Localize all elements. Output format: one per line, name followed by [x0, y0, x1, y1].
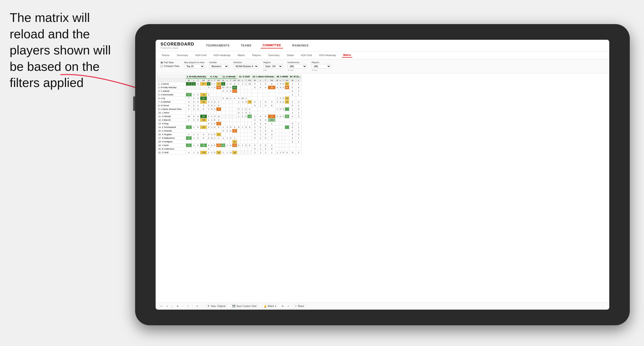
- cell: 0: [229, 136, 232, 140]
- settings-icon[interactable]: ⚙: [282, 305, 284, 308]
- cell: 6: [200, 107, 207, 111]
- cell: 1: [263, 126, 268, 129]
- subnav-h2h-heatmap2[interactable]: H2H Heatmap: [318, 53, 337, 57]
- zoom-icon[interactable]: ⌕: [172, 305, 173, 308]
- nav-teams[interactable]: TEAMS: [239, 43, 254, 48]
- cell: 1: [221, 136, 225, 140]
- cell: [285, 93, 289, 97]
- col-header-webb: 38. A Webb: [276, 75, 289, 79]
- cell: 1: [192, 136, 196, 140]
- cell: [276, 89, 279, 93]
- conference-select[interactable]: (All): [288, 64, 307, 69]
- nav-tournaments[interactable]: TOURNAMENTS: [204, 43, 232, 48]
- subnav-h2h-grid[interactable]: H2H Grid: [194, 53, 208, 57]
- watch-button[interactable]: 🔔 Watch ▾: [262, 304, 278, 308]
- cell: 0: [200, 104, 207, 107]
- cell: [210, 97, 213, 100]
- cell: [285, 140, 289, 144]
- compact-view-radio[interactable]: [160, 65, 163, 67]
- cell: 4: [268, 100, 276, 104]
- subnav-players[interactable]: Players: [251, 53, 262, 57]
- cell: 0: [252, 147, 258, 151]
- subnav-h2h-grid2[interactable]: H2H Grid: [300, 53, 313, 57]
- matrix-container[interactable]: 2. M Kelly Mulcahy 6. A Dy 11. G Woods 2…: [156, 73, 609, 156]
- cell: [240, 133, 245, 136]
- nav-committee[interactable]: COMMITTEE: [260, 43, 283, 48]
- cell: [207, 89, 211, 93]
- division-select[interactable]: NCAA Division II: [233, 64, 258, 69]
- cell: 0: [213, 133, 216, 136]
- col-header-ady: 6. A Dy: [207, 75, 221, 79]
- cell: 1: [210, 118, 213, 122]
- cell: 2: [252, 151, 258, 155]
- cell: 1: [258, 129, 263, 133]
- subnav-teams[interactable]: Teams: [160, 53, 170, 57]
- nav-rankings[interactable]: RANKINGS: [290, 43, 310, 48]
- cell: 24: [285, 100, 289, 104]
- cell: 1: [296, 126, 301, 129]
- redo-button[interactable]: ↪: [166, 305, 168, 308]
- cell: 4: [186, 151, 192, 155]
- plus-icon[interactable]: +: [187, 305, 189, 308]
- cell: 2: [289, 82, 296, 86]
- minus-icon[interactable]: −: [182, 305, 184, 308]
- player-name: 16. X Mcgaha: [157, 133, 186, 136]
- region-select[interactable]: East - DII: [263, 64, 282, 69]
- subnav-summary2[interactable]: Summary: [267, 53, 281, 57]
- subnav-h2h-heatmap[interactable]: H2H Heatmap: [212, 53, 232, 57]
- cell: 1: [276, 97, 279, 100]
- matrix-table: 2. M Kelly Mulcahy 6. A Dy 11. G Woods 2…: [157, 75, 302, 155]
- full-view-option[interactable]: Full View: [160, 61, 179, 64]
- cell: 1: [186, 107, 192, 111]
- cell: 0: [196, 126, 200, 129]
- cell: [252, 111, 258, 115]
- cell: 2: [186, 118, 192, 122]
- cell: 2: [207, 147, 211, 151]
- save-label: Save Custom View: [236, 305, 256, 308]
- cell: [248, 147, 252, 151]
- subnav-matrix-active[interactable]: Matrix: [342, 53, 352, 58]
- refresh-icon[interactable]: ↺: [196, 305, 198, 308]
- full-view-radio[interactable]: [160, 61, 163, 64]
- table-row: 12. A Bianchi 2 0 0 -58 1 1 0 4: [157, 118, 302, 122]
- cell: 1: [207, 93, 211, 97]
- cell: 1: [210, 133, 213, 136]
- players-select[interactable]: (All): [312, 64, 331, 69]
- cell: [210, 111, 213, 115]
- cell: [207, 111, 211, 115]
- cell: 1: [192, 151, 196, 155]
- cell: [279, 89, 282, 93]
- cell: [216, 93, 221, 97]
- table-row: 2. M Kelly Mulcahy 0 7 0 40 10 10 0: [157, 86, 302, 89]
- undo-button[interactable]: ↩: [160, 305, 162, 308]
- subnav-detail[interactable]: Detail: [286, 53, 295, 57]
- cell: 1: [263, 151, 268, 155]
- cell: 1: [240, 82, 245, 86]
- cell: 0: [245, 100, 248, 104]
- cell: 1: [268, 151, 276, 155]
- cell: 3: [268, 129, 276, 133]
- subnav-summary[interactable]: Summary: [176, 53, 189, 57]
- cell: 40: [216, 86, 221, 89]
- expand-icon[interactable]: ⤢: [288, 305, 289, 308]
- save-custom-button[interactable]: 💾 Save Custom View: [231, 304, 258, 308]
- cell: 0: [263, 86, 268, 89]
- cell: 0: [229, 144, 232, 147]
- share-button[interactable]: ↗ Share: [293, 304, 306, 308]
- subnav-matrix[interactable]: Matrix: [236, 53, 246, 57]
- max-players-select[interactable]: Top 25: [184, 64, 204, 69]
- compact-view-option[interactable]: Compact View: [160, 65, 179, 67]
- cell: [237, 140, 240, 144]
- col-header-mulcahy: 2. M Kelly Mulcahy: [186, 75, 207, 79]
- cell: 1: [252, 115, 258, 118]
- pan-icon[interactable]: ⊕: [176, 305, 178, 308]
- cell: [221, 104, 225, 107]
- player-name: 9. A Maria Jimenez Rios: [157, 107, 186, 111]
- cell: [237, 86, 240, 89]
- player-name: 19. J Kanh: [157, 144, 186, 147]
- cell: 1: [210, 151, 213, 155]
- view-original-button[interactable]: 👁 View: Original: [206, 304, 227, 308]
- cell: [276, 122, 279, 126]
- main-content[interactable]: 2. M Kelly Mulcahy 6. A Dy 11. G Woods 2…: [156, 73, 609, 302]
- gender-select[interactable]: Women's: [209, 64, 228, 69]
